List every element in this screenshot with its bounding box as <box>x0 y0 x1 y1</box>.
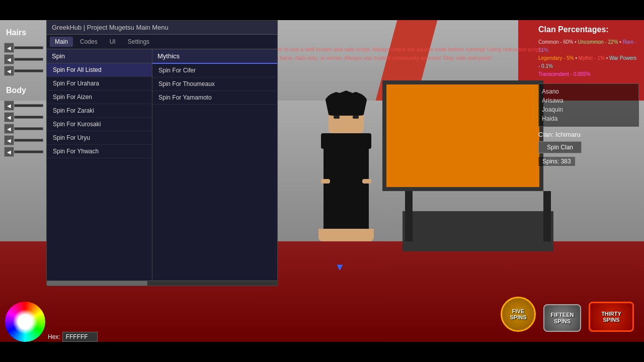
clan-list-item-haida: Haida <box>542 114 635 123</box>
color-picker[interactable] <box>5 302 45 342</box>
panel-tabs: Main Codes UI Settings <box>47 35 277 49</box>
main-panel: GreekHub | Project Mugetsu Main Menu Mai… <box>46 20 278 286</box>
spin-item-kurosaki[interactable]: Spin For Kurosaki <box>47 118 152 131</box>
slider-left-arrow[interactable]: ◀ <box>4 147 14 157</box>
spin-list: Spin Spin For All Listed Spin For Urahar… <box>47 49 152 281</box>
slider-left-arrow[interactable]: ◀ <box>4 66 14 76</box>
cursor-pointer: ▼ <box>335 261 345 277</box>
body-slider-5[interactable]: ◀ <box>4 147 43 157</box>
panel-scrollbar[interactable] <box>47 281 277 286</box>
panel-scrollbar-thumb[interactable] <box>47 281 147 286</box>
slider-left-arrow[interactable]: ◀ <box>4 54 14 64</box>
mythics-header: Mythics <box>152 49 277 64</box>
thirty-spins-button[interactable]: THIRTY SPINS <box>589 302 634 332</box>
thirty-spins-line2: SPINS <box>603 317 619 323</box>
fifteen-spins-button[interactable]: FIFTEEN SPINS <box>543 304 581 332</box>
hair-slider-3[interactable]: ◀ <box>4 66 43 76</box>
tab-ui[interactable]: UI <box>105 37 121 47</box>
spin-item-zaraki[interactable]: Spin For Zaraki <box>47 104 152 118</box>
slider-track[interactable] <box>14 69 43 72</box>
spin-list-header: Spin <box>47 49 152 63</box>
char-eye-right <box>353 116 359 119</box>
pct-mythic: Mythic - 1% <box>579 55 605 61</box>
spin-clan-button[interactable]: Spin Clan <box>538 141 582 153</box>
body-slider-1[interactable]: ◀ <box>4 101 43 111</box>
char-eye-left <box>334 116 340 119</box>
slider-track[interactable] <box>14 46 43 49</box>
spin-item-uryu[interactable]: Spin For Uryu <box>47 131 152 145</box>
clan-percentages: Common - 60% • Uncommon - 22% • Rare - 1… <box>538 38 639 78</box>
spin-item-yhwach[interactable]: Spin For Yhwach <box>47 145 152 158</box>
slider-track[interactable] <box>14 127 43 130</box>
char-arm-right <box>362 133 371 149</box>
character-arms <box>321 133 371 184</box>
five-spins-line2: SPINS <box>510 314 526 320</box>
five-spins-line1: FIVE <box>512 308 524 314</box>
slider-left-arrow[interactable]: ◀ <box>4 101 14 111</box>
hex-label: Hex: <box>48 333 60 340</box>
slider-left-arrow[interactable]: ◀ <box>4 124 14 134</box>
clan-list-box: Asano Arisawa Joaquin Haida <box>538 83 639 127</box>
slider-track[interactable] <box>14 116 43 119</box>
body-slider-2[interactable]: ◀ <box>4 112 43 122</box>
five-spins-button[interactable]: FIVE SPINS <box>501 297 536 332</box>
character-eyes <box>334 116 359 119</box>
mythic-item-yamamoto[interactable]: Spin For Yamamoto <box>152 91 277 105</box>
char-arm-left-skin <box>321 179 330 184</box>
spins-count: Spins: 383 <box>538 157 575 166</box>
body-slider-4[interactable]: ◀ <box>4 135 43 145</box>
mythics-panel: Mythics Spin For Cifer Spin For Thoumeau… <box>152 49 277 281</box>
hex-input-area: Hex: <box>48 332 98 342</box>
mythic-item-cifer[interactable]: Spin For Cifer <box>152 64 277 77</box>
clan-title: Clan Percentages: <box>538 25 639 34</box>
game-character <box>306 101 386 251</box>
spin-item-aizen[interactable]: Spin For Aizen <box>47 90 152 104</box>
character-head <box>329 101 364 133</box>
slider-left-arrow[interactable]: ◀ <box>4 112 14 122</box>
slider-left-arrow[interactable]: ◀ <box>4 135 14 145</box>
clan-list-item-asano: Asano <box>542 87 635 96</box>
clan-name-label: Clan: Ichimaru <box>538 131 639 138</box>
tab-codes[interactable]: Codes <box>75 37 103 47</box>
character-pants <box>324 199 369 229</box>
slider-track[interactable] <box>14 58 43 61</box>
slider-track[interactable] <box>14 104 43 107</box>
thirty-spins-line1: THIRTY <box>601 311 621 317</box>
tab-settings[interactable]: Settings <box>123 37 154 47</box>
monitor-screen <box>382 80 543 191</box>
clan-list-item-joaquin: Joaquin <box>542 105 635 114</box>
color-wheel-inner <box>13 309 38 334</box>
spin-item-all[interactable]: Spin For All Listed <box>47 63 152 77</box>
slider-left-arrow[interactable]: ◀ <box>4 43 14 53</box>
hex-input-field[interactable] <box>62 332 98 342</box>
slider-track[interactable] <box>14 139 43 142</box>
panel-content: Spin Spin For All Listed Spin For Urahar… <box>47 49 277 281</box>
fifteen-spins-line1: FIFTEEN <box>551 312 574 318</box>
character-hair <box>325 90 368 116</box>
character-feet <box>318 229 374 241</box>
body-slider-3[interactable]: ◀ <box>4 124 43 134</box>
char-arm-left <box>321 133 330 149</box>
fifteen-spins-line2: SPINS <box>554 318 571 324</box>
desk <box>403 211 553 251</box>
mythic-item-thoumeaux[interactable]: Spin For Thoumeaux <box>152 77 277 91</box>
panel-title-bar: GreekHub | Project Mugetsu Main Menu <box>47 21 277 35</box>
pct-transcendent: Transcendent - 0.005% <box>538 71 591 77</box>
spin-purchase-area: FIVE SPINS FIFTEEN SPINS THIRTY SPINS <box>501 297 634 332</box>
hairs-label: Hairs <box>4 24 43 41</box>
slider-track[interactable] <box>14 150 43 153</box>
hair-slider-2[interactable]: ◀ <box>4 54 43 64</box>
clan-panel: Clan Percentages: Common - 60% • Uncommo… <box>533 20 644 176</box>
body-label: Body <box>4 82 43 99</box>
black-bar-top <box>0 0 644 20</box>
pct-common: Common - 60% <box>538 39 573 45</box>
color-wheel[interactable] <box>5 302 45 342</box>
spin-item-urahara[interactable]: Spin For Urahara <box>47 77 152 90</box>
tab-main[interactable]: Main <box>50 37 73 47</box>
clan-list-item-arisawa: Arisawa <box>542 96 635 105</box>
pct-uncommon: Uncommon - 22% <box>578 39 618 45</box>
black-bar-bottom <box>0 342 644 362</box>
char-arm-right-skin <box>362 179 371 184</box>
hair-slider-1[interactable]: ◀ <box>4 43 43 53</box>
desk-leg-left <box>405 191 413 241</box>
